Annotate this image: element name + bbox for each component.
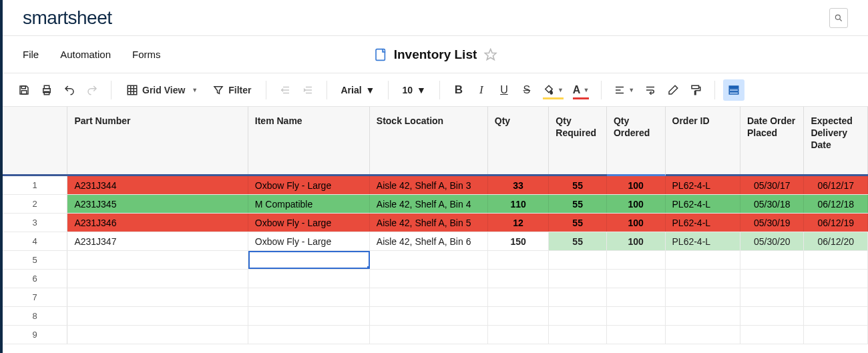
italic-button[interactable]: I: [471, 79, 492, 101]
cell-qord[interactable]: [607, 288, 666, 306]
redo-button[interactable]: [81, 79, 103, 101]
column-header-item-name[interactable]: Item Name: [248, 107, 370, 174]
cell-qord[interactable]: [607, 270, 666, 288]
cell-item[interactable]: M Compatible: [248, 195, 370, 213]
format-painter-button[interactable]: [685, 79, 706, 101]
cell-d1[interactable]: [740, 251, 805, 269]
favorite-star-icon[interactable]: [483, 48, 497, 61]
cell-qreq[interactable]: [549, 251, 607, 269]
cell-qreq[interactable]: 55: [549, 214, 607, 232]
menu-forms[interactable]: Forms: [132, 49, 161, 60]
document-title[interactable]: Inventory List: [394, 47, 477, 62]
cell-loc[interactable]: Aisle 42, Shelf A, Bin 6: [370, 232, 488, 250]
view-selector[interactable]: Grid View ▼: [120, 79, 204, 101]
cell-loc[interactable]: Aisle 42, Shelf A, Bin 4: [370, 195, 488, 213]
row-number[interactable]: 9: [3, 326, 67, 344]
column-header-qty[interactable]: Qty: [488, 107, 550, 174]
cell-qord[interactable]: 100: [607, 195, 666, 213]
cell-item[interactable]: [248, 326, 370, 344]
font-selector[interactable]: Arial▼: [335, 85, 380, 95]
cell-qreq[interactable]: [549, 288, 607, 306]
filter-button[interactable]: Filter: [206, 79, 258, 101]
cell-qord[interactable]: 100: [607, 214, 666, 232]
column-header-expected-delivery[interactable]: Expected Delivery Date: [804, 107, 868, 174]
table-row[interactable]: 8: [3, 307, 868, 326]
save-button[interactable]: [13, 79, 35, 101]
cell-qty[interactable]: 33: [488, 176, 550, 194]
cell-oid[interactable]: [666, 251, 740, 269]
row-number[interactable]: 1: [3, 176, 67, 194]
underline-button[interactable]: U: [493, 79, 515, 101]
cell-qreq[interactable]: 55: [549, 176, 607, 194]
cell-loc[interactable]: Aisle 42, Shelf A, Bin 5: [370, 214, 488, 232]
cell-qreq[interactable]: 55: [549, 195, 607, 213]
cell-part[interactable]: A231J344: [67, 176, 248, 194]
cell-d1[interactable]: [740, 326, 805, 344]
column-header-qty-required[interactable]: Qty Required: [549, 107, 607, 174]
cell-d1[interactable]: [740, 288, 805, 306]
cell-qty[interactable]: 150: [488, 232, 550, 250]
clear-format-button[interactable]: [662, 79, 684, 101]
cell-d2[interactable]: 06/12/19: [804, 214, 868, 232]
cell-qreq[interactable]: [549, 307, 607, 325]
cell-qty[interactable]: 110: [488, 195, 550, 213]
font-size-selector[interactable]: 10▼: [397, 85, 431, 95]
row-number[interactable]: 4: [3, 232, 67, 250]
table-row[interactable]: 5: [3, 251, 868, 270]
cell-part[interactable]: A231J346: [67, 214, 248, 232]
cell-item[interactable]: Oxbow Fly - Large: [248, 214, 370, 232]
table-row[interactable]: 2A231J345M CompatibleAisle 42, Shelf A, …: [3, 195, 868, 214]
cell-loc[interactable]: [370, 288, 488, 306]
fill-color-button[interactable]: ▼: [539, 79, 568, 101]
cell-oid[interactable]: PL62-4-L: [666, 214, 740, 232]
cell-part[interactable]: [67, 251, 248, 269]
row-number[interactable]: 3: [3, 214, 67, 232]
print-button[interactable]: [36, 79, 57, 101]
cell-oid[interactable]: [666, 326, 740, 344]
table-row[interactable]: 1A231J344Oxbow Fly - LargeAisle 42, Shel…: [3, 176, 868, 195]
cell-qty[interactable]: [488, 270, 550, 288]
cell-part[interactable]: A231J345: [67, 195, 248, 213]
cell-qreq[interactable]: [549, 326, 607, 344]
column-header-part-number[interactable]: Part Number: [67, 107, 248, 174]
cell-oid[interactable]: PL62-4-L: [666, 176, 740, 194]
cell-oid[interactable]: PL62-4-L: [666, 232, 740, 250]
cell-item[interactable]: Oxbow Fly - Large: [248, 176, 370, 194]
cell-d1[interactable]: 05/30/19: [740, 214, 805, 232]
text-color-button[interactable]: A▼: [569, 79, 593, 101]
cell-oid[interactable]: [666, 307, 740, 325]
cell-d2[interactable]: [804, 288, 868, 306]
cell-qty[interactable]: [488, 307, 550, 325]
cell-d2[interactable]: 06/12/20: [804, 232, 868, 250]
cell-qord[interactable]: [607, 307, 666, 325]
wrap-button[interactable]: [640, 79, 661, 101]
cell-d2[interactable]: [804, 307, 868, 325]
cell-loc[interactable]: [370, 326, 488, 344]
row-number[interactable]: 2: [3, 195, 67, 213]
grid[interactable]: Part Number Item Name Stock Location Qty…: [3, 107, 868, 344]
column-header-stock-location[interactable]: Stock Location: [370, 107, 488, 174]
row-number[interactable]: 5: [3, 251, 67, 269]
cell-d1[interactable]: 05/30/17: [740, 176, 805, 194]
cell-oid[interactable]: [666, 288, 740, 306]
cell-part[interactable]: [67, 307, 248, 325]
cell-d2[interactable]: 06/12/17: [804, 176, 868, 194]
cell-qty[interactable]: [488, 251, 550, 269]
cell-oid[interactable]: [666, 270, 740, 288]
cell-qord[interactable]: [607, 251, 666, 269]
row-number[interactable]: 6: [3, 270, 67, 288]
table-row[interactable]: 6: [3, 270, 868, 288]
cell-qord[interactable]: [607, 326, 666, 344]
cell-loc[interactable]: Aisle 42, Shelf A, Bin 3: [370, 176, 488, 194]
menu-automation[interactable]: Automation: [60, 49, 111, 60]
cell-d2[interactable]: [804, 251, 868, 269]
table-row[interactable]: 9: [3, 326, 868, 344]
cell-item[interactable]: [248, 307, 370, 325]
cell-qreq[interactable]: [549, 270, 607, 288]
table-row[interactable]: 7: [3, 288, 868, 307]
cell-d1[interactable]: 05/30/20: [740, 232, 805, 250]
cell-part[interactable]: A231J347: [67, 232, 248, 250]
cell-part[interactable]: [67, 270, 248, 288]
align-button[interactable]: ▼: [610, 79, 638, 101]
cell-item[interactable]: [248, 251, 370, 269]
